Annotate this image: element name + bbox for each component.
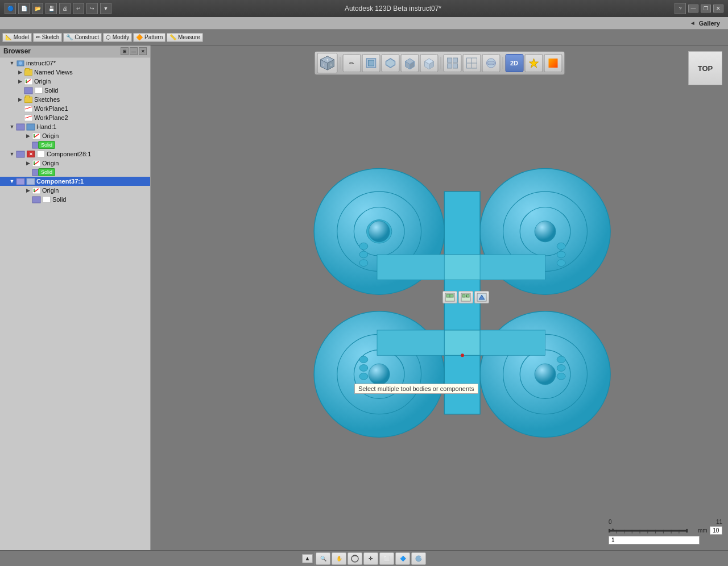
expand-arrow-hand1[interactable]: ▼ [8, 124, 16, 130]
tree-item-root[interactable]: ▼ instruct07* [0, 59, 150, 68]
open-button[interactable]: 📂 [32, 3, 43, 14]
svg-rect-101 [686, 528, 688, 532]
view-grid2-btn[interactable] [462, 54, 481, 72]
expand-arrow-named-views[interactable]: ▶ [16, 69, 24, 75]
svg-rect-35 [368, 60, 374, 66]
svg-point-81 [535, 364, 556, 385]
browser-icon1[interactable]: ⊞ [121, 47, 129, 55]
3d-shape [301, 80, 728, 539]
tree-item-workplane1[interactable]: WorkPlane1 [0, 104, 150, 113]
view-pencil-btn[interactable]: ✏ [342, 54, 361, 72]
print-button[interactable]: 🖨 [59, 3, 71, 14]
tree-item-comp28-solid[interactable]: Solid [0, 168, 150, 177]
viewport[interactable]: T R F ✏ [151, 45, 728, 550]
expand-arrow-origin1[interactable]: ▶ [16, 78, 24, 84]
tree-item-origin1[interactable]: ▶ Origin [0, 77, 150, 86]
eye-icon-solid1 [24, 86, 33, 94]
tree-item-solid1[interactable]: Solid [0, 86, 150, 95]
minimize-button[interactable]: — [688, 5, 698, 13]
bottom-btn-move[interactable]: ✛ [363, 552, 378, 565]
hand1-comp-icon [26, 123, 35, 131]
gallery-label[interactable]: Gallery [696, 20, 723, 27]
expand-arrow-comp28[interactable]: ▼ [8, 151, 16, 157]
tree-item-comp28-origin[interactable]: ▶ Origin [0, 159, 150, 168]
view-sphere-btn[interactable] [482, 54, 500, 72]
tree-item-hand1-solid[interactable]: Solid Solid [0, 140, 150, 149]
tree-item-workplane2[interactable]: WorkPlane2 [0, 113, 150, 122]
view-top-btn[interactable] [381, 54, 399, 72]
view-paint-btn[interactable] [544, 54, 562, 72]
browser-icon2[interactable]: — [130, 47, 138, 55]
tree-item-named-views[interactable]: ▶ Named Views [0, 68, 150, 77]
bottom-btn-orbit[interactable] [348, 552, 362, 565]
root-icon [16, 59, 25, 67]
view-front-btn[interactable] [362, 54, 380, 72]
mini-btn1[interactable] [442, 291, 457, 303]
expand-arrow-comp28-origin[interactable]: ▶ [24, 160, 32, 166]
toolbar-btn2[interactable]: ✏ Sketch [33, 33, 62, 42]
svg-point-84 [557, 373, 565, 380]
tree-item-hand1-origin[interactable]: ▶ Origin [0, 131, 150, 140]
svg-rect-21 [16, 178, 24, 185]
comp28-solid-icon: Solid [42, 168, 51, 176]
restore-button[interactable]: ❐ [701, 5, 711, 13]
tree-item-hand1[interactable]: ▼ Hand:1 [0, 122, 150, 131]
expand-arrow-hand1-origin[interactable]: ▶ [24, 133, 32, 139]
expand-arrow-root[interactable]: ▼ [8, 60, 16, 66]
hand1-origin-icon [32, 132, 41, 140]
svg-point-90 [461, 353, 464, 357]
new-button[interactable]: 📄 [18, 3, 30, 14]
root-label: instruct07* [26, 60, 56, 66]
browser-close[interactable]: ✕ [139, 47, 147, 55]
view-side2-btn[interactable] [420, 54, 438, 72]
svg-marker-111 [611, 528, 615, 531]
view-grid1-btn[interactable] [443, 54, 461, 72]
svg-point-1 [19, 61, 22, 65]
toolbar-btn3[interactable]: 🔧 Construct [63, 33, 102, 42]
expand-arrow-comp37[interactable]: ▼ [8, 178, 16, 184]
app-icon[interactable]: 🔵 [5, 3, 16, 14]
help-icon[interactable]: ? [675, 3, 686, 14]
view-2d-btn[interactable]: 2D [505, 54, 523, 72]
toolbar-btn4[interactable]: ⬡ Modify [103, 33, 132, 42]
tree-item-comp37-solid[interactable]: Solid [0, 195, 150, 204]
svg-point-82 [557, 356, 565, 363]
close-button[interactable]: ✕ [713, 5, 723, 13]
ruler-area: 0 11 [609, 519, 722, 544]
svg-point-75 [359, 356, 368, 363]
svg-point-77 [359, 373, 368, 380]
comp37-solid-label: Solid [52, 196, 66, 203]
bottom-scroll-btn[interactable]: ▲ [302, 554, 313, 563]
expand-arrow-sketches[interactable]: ▶ [16, 97, 24, 102]
hand1-solid-icon: Solid [42, 141, 51, 149]
tree-item-comp37[interactable]: ▼ Component37:1 [0, 177, 150, 186]
redo-button[interactable]: ↪ [86, 3, 98, 14]
mini-btn2[interactable] [458, 291, 473, 303]
toolbar-btn5[interactable]: 🔶 Pattern [133, 33, 166, 42]
toolbar-btn6[interactable]: 📏 Measure [167, 33, 203, 42]
tree-item-comp28[interactable]: ▼ ✕ Component28:1 [0, 149, 150, 159]
bottom-btn-water[interactable] [411, 552, 426, 565]
view-side1-btn[interactable] [400, 54, 419, 72]
bottom-btn-magnify[interactable]: 🔍 [316, 552, 330, 565]
gallery-arrow[interactable]: ◄ [690, 20, 696, 26]
undo-button[interactable]: ↩ [73, 3, 84, 14]
tree-item-comp37-origin[interactable]: ▶ Origin [0, 186, 150, 195]
toolbar-btn1[interactable]: 📐 Model [2, 33, 32, 42]
expand-arrow-comp37-origin[interactable]: ▶ [24, 188, 32, 193]
view-star-btn[interactable] [524, 54, 543, 72]
svg-rect-92 [446, 294, 450, 297]
bottom-btn-pan[interactable]: ✋ [332, 552, 346, 565]
mini-btn3[interactable] [474, 291, 489, 303]
extra-button[interactable]: ▼ [100, 3, 111, 14]
ruler-unit: mm [698, 527, 708, 534]
comp37-origin-icon [32, 186, 41, 194]
svg-rect-54 [548, 59, 557, 68]
ruler-scale-value: 10 [710, 526, 722, 535]
view-cube-btn[interactable]: T R F [317, 53, 337, 73]
tree-item-sketches[interactable]: ▶ Sketches [0, 95, 150, 104]
svg-rect-16 [16, 151, 24, 157]
save-button[interactable]: 💾 [46, 3, 57, 14]
bottom-btn-box[interactable]: ⬜ [379, 552, 394, 565]
bottom-btn-diamond[interactable]: 🔷 [395, 552, 410, 565]
